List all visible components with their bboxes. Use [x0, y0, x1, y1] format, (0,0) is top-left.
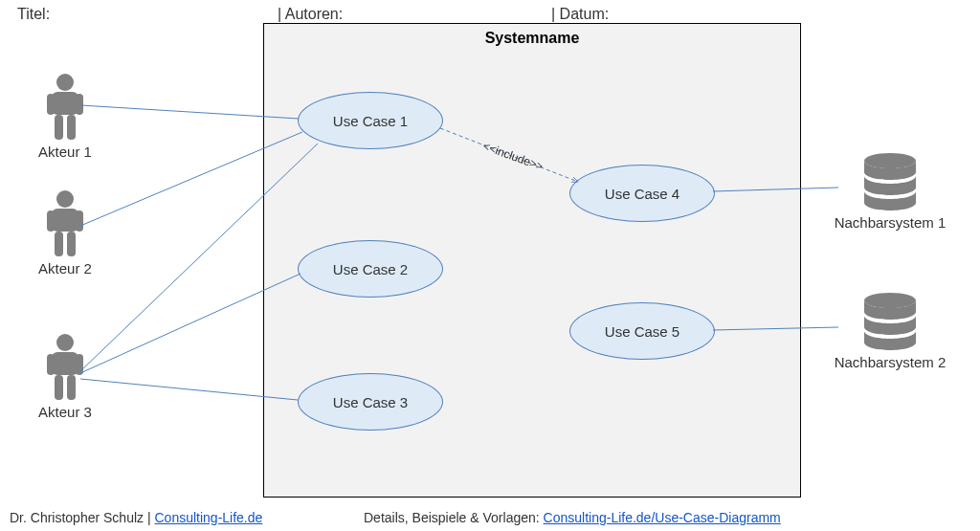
diagram-stage: Titel: | Autoren: | Datum: Systemname Us… [0, 0, 980, 531]
svg-point-6 [56, 190, 74, 208]
system-name-label: Systemname [264, 30, 800, 47]
person-icon [36, 73, 94, 142]
footer-details-prefix: Details, Beispiele & Vorlagen: [364, 510, 544, 525]
usecase-2: Use Case 2 [298, 240, 443, 298]
svg-rect-9 [76, 210, 83, 232]
person-icon [36, 333, 94, 402]
svg-rect-15 [76, 354, 83, 375]
header-date-label: | Datum: [551, 6, 609, 23]
svg-rect-17 [67, 375, 76, 400]
footer-link-1[interactable]: Consulting-Life.de [154, 510, 262, 525]
svg-rect-7 [52, 209, 78, 232]
svg-rect-10 [55, 232, 63, 256]
usecase-1: Use Case 1 [298, 92, 443, 149]
svg-rect-14 [47, 354, 55, 375]
neighbor-system-2: Nachbarsystem 2 [833, 293, 947, 370]
footer-author-prefix: Dr. Christopher Schulz | [10, 510, 154, 525]
svg-rect-4 [55, 115, 63, 140]
usecase-3: Use Case 3 [298, 373, 443, 431]
usecase-4: Use Case 4 [569, 165, 715, 222]
footer-author: Dr. Christopher Schulz | Consulting-Life… [10, 510, 262, 525]
actor-3-label: Akteur 3 [36, 404, 94, 420]
actor-3: Akteur 3 [36, 333, 94, 420]
svg-rect-3 [76, 94, 83, 115]
actor-2-label: Akteur 2 [36, 260, 94, 277]
svg-point-19 [864, 293, 916, 308]
svg-rect-8 [47, 210, 55, 232]
database-icon [833, 293, 947, 350]
footer-link-2[interactable]: Consulting-Life.de/Use-Case-Diagramm [544, 510, 781, 525]
svg-rect-16 [55, 375, 63, 400]
svg-point-0 [56, 74, 74, 91]
svg-rect-13 [52, 352, 78, 375]
svg-rect-5 [67, 115, 76, 140]
usecase-5: Use Case 5 [569, 302, 715, 360]
actor-1: Akteur 1 [36, 73, 94, 160]
database-icon [833, 153, 947, 210]
neighbor-system-1: Nachbarsystem 1 [833, 153, 947, 231]
header-authors-label: | Autoren: [278, 6, 343, 23]
actor-2: Akteur 2 [36, 189, 94, 277]
header-title-label: Titel: [17, 6, 50, 23]
actor-1-label: Akteur 1 [36, 144, 94, 160]
svg-point-18 [864, 153, 916, 168]
svg-rect-11 [67, 232, 76, 256]
svg-point-12 [56, 334, 74, 351]
svg-rect-2 [47, 94, 55, 115]
neighbor-2-label: Nachbarsystem 2 [833, 354, 947, 370]
footer-details: Details, Beispiele & Vorlagen: Consultin… [364, 510, 781, 525]
person-icon [36, 189, 94, 258]
neighbor-1-label: Nachbarsystem 1 [833, 214, 947, 231]
svg-rect-1 [52, 92, 78, 115]
